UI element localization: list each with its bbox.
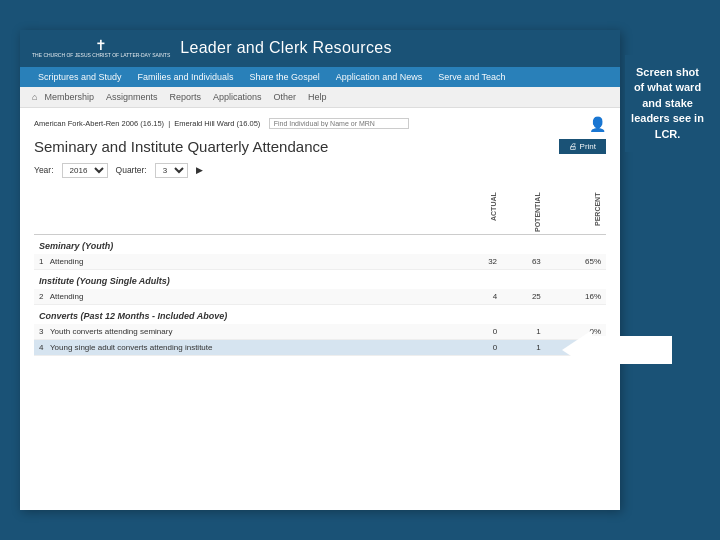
sub-nav: ⌂ Membership Assignments Reports Applica… xyxy=(20,87,620,108)
row-institute-label: 2 Attending xyxy=(34,289,458,305)
printer-icon: 🖨 xyxy=(569,142,577,151)
arrow-head xyxy=(562,330,592,370)
nav-item-families[interactable]: Families and Individuals xyxy=(130,67,242,87)
row-convert2-label: 4 Young single adult converts attending … xyxy=(34,340,458,356)
section-converts-title: Converts (Past 12 Months - Included Abov… xyxy=(34,305,606,325)
page-title-area: Seminary and Institute Quarterly Attenda… xyxy=(34,138,606,155)
row-convert1-potential: 1 xyxy=(502,324,546,340)
cross-icon: ✝ xyxy=(95,38,107,52)
row-seminary-potential: 63 xyxy=(502,254,546,270)
quarter-label: Quarter: xyxy=(116,165,147,175)
arrow-container xyxy=(562,330,672,370)
section-converts: Converts (Past 12 Months - Included Abov… xyxy=(34,305,606,325)
row-seminary-actual: 32 xyxy=(458,254,502,270)
year-label: Year: xyxy=(34,165,54,175)
quarter-nav-arrow[interactable]: ▶ xyxy=(196,165,203,175)
row-convert2-potential: 1 xyxy=(502,340,546,356)
col-header-actual: ACTUAL xyxy=(458,190,502,235)
lcr-title: Leader and Clerk Resources xyxy=(180,39,391,57)
content-area: American Fork-Abert-Ren 2006 (16.15) | E… xyxy=(20,108,620,365)
main-nav: Scriptures and Study Families and Indivi… xyxy=(20,67,620,87)
row-convert1-actual: 0 xyxy=(458,324,502,340)
nav-item-applications[interactable]: Application and News xyxy=(328,67,431,87)
annotation-text: Screen shot of what ward and stake leade… xyxy=(631,66,704,140)
page-title: Seminary and Institute Quarterly Attenda… xyxy=(34,138,328,155)
print-label: Print xyxy=(580,142,596,151)
attendance-table: ACTUAL POTENTIAL PERCENT Seminary (Youth… xyxy=(34,190,606,357)
table-row: 4 Young single adult converts attending … xyxy=(34,340,606,356)
slide-container: ✝ THE CHURCH OF JESUS CHRIST OF LATTER-D… xyxy=(20,30,620,510)
home-icon[interactable]: ⌂ xyxy=(32,92,37,102)
year-select[interactable]: 2016 xyxy=(62,163,108,178)
section-seminary-title: Seminary (Youth) xyxy=(34,235,606,255)
church-logo: ✝ THE CHURCH OF JESUS CHRIST OF LATTER-D… xyxy=(32,38,170,59)
ward-info: American Fork-Abert-Ren 2006 (16.15) xyxy=(34,119,164,128)
col-header-potential: POTENTIAL xyxy=(502,190,546,235)
row-convert1-label: 3 Youth converts attending seminary xyxy=(34,324,458,340)
user-icon: 👤 xyxy=(589,116,606,132)
sub-nav-reports[interactable]: Reports xyxy=(165,90,207,104)
table-row: 1 Attending 32 63 65% xyxy=(34,254,606,270)
sub-nav-other[interactable]: Other xyxy=(269,90,302,104)
quarter-select[interactable]: 3 xyxy=(155,163,188,178)
filters-row: Year: 2016 Quarter: 3 ▶ xyxy=(34,163,606,178)
section-seminary: Seminary (Youth) xyxy=(34,235,606,255)
arrow-body xyxy=(592,336,672,364)
row-institute-potential: 25 xyxy=(502,289,546,305)
stake-info: Emerald Hill Ward (16.05) xyxy=(174,119,260,128)
col-header-percent: PERCENT xyxy=(546,190,606,235)
row-seminary-percent: 65% xyxy=(546,254,606,270)
row-institute-percent: 16% xyxy=(546,289,606,305)
table-row: 2 Attending 4 25 16% xyxy=(34,289,606,305)
nav-item-scriptures[interactable]: Scriptures and Study xyxy=(30,67,130,87)
section-institute-title: Institute (Young Single Adults) xyxy=(34,270,606,290)
annotation-box: Screen shot of what ward and stake leade… xyxy=(625,55,710,152)
row-seminary-label: 1 Attending xyxy=(34,254,458,270)
sub-nav-assignments[interactable]: Assignments xyxy=(101,90,163,104)
user-info-bar: American Fork-Abert-Ren 2006 (16.15) | E… xyxy=(34,116,606,132)
lcr-header: ✝ THE CHURCH OF JESUS CHRIST OF LATTER-D… xyxy=(20,30,620,67)
find-individual-input[interactable] xyxy=(269,118,409,129)
sub-nav-applications[interactable]: Applications xyxy=(208,90,267,104)
nav-item-serve[interactable]: Serve and Teach xyxy=(430,67,513,87)
sub-nav-membership[interactable]: Membership xyxy=(39,90,99,104)
nav-item-share[interactable]: Share the Gospel xyxy=(242,67,328,87)
church-name: THE CHURCH OF JESUS CHRIST OF LATTER-DAY… xyxy=(32,52,170,59)
row-convert2-actual: 0 xyxy=(458,340,502,356)
user-info-text: American Fork-Abert-Ren 2006 (16.15) | E… xyxy=(34,118,409,129)
print-button[interactable]: 🖨 Print xyxy=(559,139,606,154)
table-row: 3 Youth converts attending seminary 0 1 … xyxy=(34,324,606,340)
sub-nav-help[interactable]: Help xyxy=(303,90,332,104)
row-institute-actual: 4 xyxy=(458,289,502,305)
section-institute: Institute (Young Single Adults) xyxy=(34,270,606,290)
col-header-empty xyxy=(34,190,458,235)
